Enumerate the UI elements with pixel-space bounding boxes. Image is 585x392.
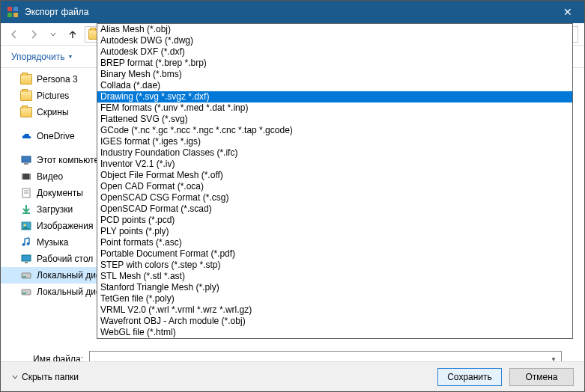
svg-rect-2	[7, 13, 12, 17]
svg-point-15	[22, 243, 25, 246]
folder-icon	[20, 106, 32, 118]
filetype-option[interactable]: Flattened SVG (*.svg)	[97, 114, 572, 125]
filetype-option[interactable]: Point formats (*.asc)	[97, 237, 572, 248]
close-button[interactable]: ✕	[551, 1, 584, 23]
sidebar-item[interactable]: Этот компьютер	[1, 152, 97, 168]
svg-rect-20	[22, 276, 26, 278]
music-icon	[20, 236, 32, 248]
sidebar-item[interactable]: OneDrive	[1, 128, 97, 144]
forward-button[interactable]	[26, 27, 41, 42]
chevron-down-icon: ▼	[67, 54, 73, 59]
filetype-option[interactable]: Open CAD Format (*.oca)	[97, 181, 572, 192]
organize-label: Упорядочить	[11, 52, 64, 62]
dropdown-history[interactable]	[46, 27, 61, 42]
filetype-option[interactable]: Stanford Triangle Mesh (*.ply)	[97, 282, 572, 293]
disk-icon	[20, 286, 32, 298]
sidebar-item[interactable]: Persona 3	[1, 71, 97, 88]
images-icon	[20, 220, 32, 232]
filetype-option[interactable]: STL Mesh (*.stl *.ast)	[97, 271, 572, 282]
hide-folders-button[interactable]: Скрыть папки	[11, 372, 79, 382]
filetype-option[interactable]: PLY points (*.ply)	[97, 226, 572, 237]
filetype-option[interactable]: Binary Mesh (*.bms)	[97, 69, 572, 80]
filetype-option[interactable]: BREP format (*.brep *.brp)	[97, 58, 572, 69]
filetype-option[interactable]: OpenSCAD Format (*.scad)	[97, 203, 572, 215]
sidebar-item[interactable]: Рабочий стол	[1, 251, 97, 267]
sidebar-item[interactable]: Загрузки	[1, 201, 97, 218]
filetype-option[interactable]: Object File Format Mesh (*.off)	[97, 170, 572, 181]
svg-rect-1	[13, 7, 18, 11]
filetype-option[interactable]: Autodesk DXF (*.dxf)	[97, 46, 572, 58]
back-button[interactable]	[7, 27, 22, 42]
filetype-option[interactable]: OpenSCAD CSG Format (*.csg)	[97, 192, 572, 203]
filetype-option[interactable]: WebGL file (*.html)	[97, 327, 572, 338]
folder-icon	[20, 73, 32, 85]
sidebar-item[interactable]: Изображения	[1, 218, 97, 234]
svg-rect-0	[7, 7, 12, 11]
sidebar-item[interactable]: Локальный диск	[1, 267, 97, 284]
app-icon	[7, 6, 19, 18]
organize-menu[interactable]: Упорядочить ▼	[11, 52, 73, 62]
filetype-option[interactable]: Portable Document Format (*.pdf)	[97, 248, 572, 260]
filetype-option[interactable]: Autodesk DWG (*.dwg)	[97, 35, 572, 46]
desktop-icon	[20, 253, 32, 265]
sidebar-item[interactable]: Pictures	[1, 88, 97, 104]
sidebar-tree[interactable]: Persona 3PicturesСкриныOneDriveЭтот комп…	[1, 68, 97, 345]
filetype-option[interactable]: Industry Foundation Classes (*.ifc)	[97, 147, 572, 159]
filetype-option[interactable]: Inventor V2.1 (*.iv)	[97, 159, 572, 170]
svg-rect-4	[22, 156, 31, 162]
svg-rect-3	[13, 13, 18, 17]
downloads-icon	[20, 203, 32, 215]
sidebar-item[interactable]: Локальный диск	[1, 284, 97, 300]
filetype-option[interactable]: GCode (*.nc *.gc *.ncc *.ngc *.cnc *.tap…	[97, 125, 572, 136]
svg-rect-17	[22, 255, 31, 261]
sidebar-item[interactable]: Документы	[1, 185, 97, 201]
window-title: Экспорт файла	[25, 7, 551, 17]
titlebar: Экспорт файла ✕	[1, 1, 584, 23]
filetype-option[interactable]: STEP with colors (*.step *.stp)	[97, 260, 572, 271]
sidebar-item[interactable]: Скрины	[1, 104, 97, 120]
filetype-option[interactable]: PCD points (*.pcd)	[97, 215, 572, 226]
svg-rect-5	[24, 163, 28, 165]
svg-rect-18	[25, 262, 28, 263]
filetype-option[interactable]: Alias Mesh (*.obj)	[97, 24, 572, 35]
filetype-option[interactable]: VRML V2.0 (*.wrl *.vrml *.wrz *.wrl.gz)	[97, 304, 572, 316]
filetype-option[interactable]: TetGen file (*.poly)	[97, 293, 572, 304]
svg-rect-7	[22, 174, 23, 180]
cancel-button[interactable]: Отмена	[509, 368, 574, 386]
up-button[interactable]	[65, 27, 80, 42]
docs-icon	[20, 187, 32, 199]
filetype-dropdown-list[interactable]: Alias Mesh (*.obj)Autodesk DWG (*.dwg)Au…	[97, 23, 573, 339]
filetype-option[interactable]: Wavefront OBJ - Arch module (*.obj)	[97, 316, 572, 327]
svg-point-16	[27, 242, 30, 245]
svg-rect-22	[22, 293, 26, 294]
video-icon	[20, 171, 32, 183]
disk-icon	[20, 269, 32, 281]
sidebar-item[interactable]: Видео	[1, 168, 97, 185]
pc-icon	[20, 154, 32, 166]
filetype-option[interactable]: FEM formats (*.unv *.med *.dat *.inp)	[97, 102, 572, 114]
onedrive-icon	[20, 130, 32, 142]
folder-icon	[20, 90, 32, 102]
filetype-option[interactable]: Collada (*.dae)	[97, 80, 572, 91]
sidebar-item[interactable]: Музыка	[1, 234, 97, 251]
filetype-option[interactable]: Drawing (*.svg *.svgz *.dxf)	[97, 91, 572, 102]
dialog-footer: Скрыть папки Сохранить Отмена	[1, 361, 584, 391]
svg-rect-12	[22, 212, 30, 214]
filetype-option[interactable]: IGES format (*.iges *.igs)	[97, 136, 572, 147]
save-button[interactable]: Сохранить	[437, 368, 502, 386]
svg-rect-8	[29, 174, 31, 180]
chevron-down-icon	[11, 373, 19, 381]
